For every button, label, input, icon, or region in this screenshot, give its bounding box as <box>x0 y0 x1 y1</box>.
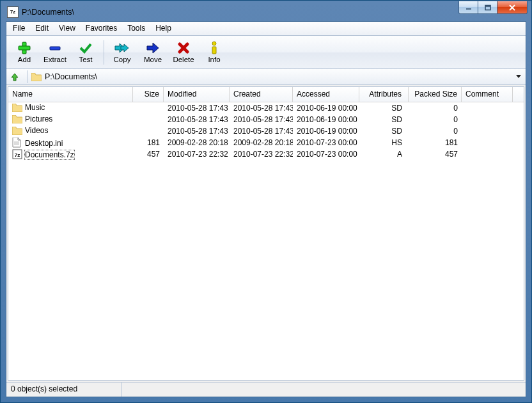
7z-icon: 7z <box>12 149 22 159</box>
svg-marker-16 <box>516 75 521 78</box>
cell-size <box>133 107 164 109</box>
status-bar: 0 object(s) selected <box>6 382 526 397</box>
cell-comment <box>462 119 513 120</box>
cell-comment <box>462 154 513 155</box>
test-button[interactable]: Test <box>70 38 101 66</box>
info-label: Info <box>208 56 220 63</box>
delete-button[interactable]: Delete <box>168 38 199 66</box>
cell-size: 181 <box>133 138 164 148</box>
col-modified[interactable]: Modified <box>164 87 230 102</box>
folder-icon <box>12 127 22 137</box>
toolbar: Add Extract Test <box>6 36 526 69</box>
file-row[interactable]: Videos2010-05-28 17:432010-05-28 17:4320… <box>8 125 524 137</box>
col-created[interactable]: Created <box>230 87 293 102</box>
cell-created: 2010-05-28 17:43 <box>230 103 293 113</box>
titlebar[interactable]: 7z P:\Documents\ <box>6 5 526 21</box>
cell-packed: 0 <box>409 103 462 113</box>
file-name: Videos <box>25 126 48 135</box>
test-label: Test <box>79 56 92 63</box>
window-title: P:\Documents\ <box>22 8 526 17</box>
cell-modified: 2010-05-28 17:43 <box>164 103 230 113</box>
cell-name: Desktop.ini <box>8 137 133 148</box>
status-spacer <box>121 383 526 397</box>
cell-created: 2010-05-28 17:43 <box>230 126 293 136</box>
address-dropdown[interactable] <box>514 75 523 79</box>
minus-icon <box>47 41 63 55</box>
cell-attr: A <box>359 149 409 159</box>
cell-attr: SD <box>359 126 409 136</box>
menu-file[interactable]: File <box>8 22 30 35</box>
svg-text:7z: 7z <box>15 152 20 158</box>
col-accessed[interactable]: Accessed <box>293 87 359 102</box>
file-row[interactable]: 7zDocuments.7z4572010-07-23 22:322010-07… <box>8 148 524 160</box>
delete-label: Delete <box>173 56 194 63</box>
cell-comment <box>462 130 513 132</box>
menu-favorites[interactable]: Favorites <box>81 22 122 35</box>
move-arrow-icon <box>145 41 160 55</box>
col-attributes[interactable]: Attributes <box>359 87 409 102</box>
cell-accessed: 2010-06-19 00:00 <box>293 103 359 113</box>
menu-edit[interactable]: Edit <box>30 22 54 35</box>
col-size[interactable]: Size <box>133 87 164 102</box>
menu-view[interactable]: View <box>54 22 81 35</box>
file-list-body[interactable]: Music2010-05-28 17:432010-05-28 17:43201… <box>8 102 524 380</box>
col-packed[interactable]: Packed Size <box>409 87 462 102</box>
minimize-button[interactable] <box>458 1 478 14</box>
plus-icon <box>17 41 32 55</box>
window: 7z P:\Documents\ File Edit View Favorite… <box>0 0 532 403</box>
copy-arrow-icon <box>114 41 130 55</box>
col-comment[interactable]: Comment <box>462 87 513 102</box>
cell-packed: 0 <box>409 115 462 125</box>
address-bar: P:\Documents\ <box>6 69 526 85</box>
info-icon <box>207 41 222 55</box>
copy-button[interactable]: Copy <box>107 38 137 66</box>
move-label: Move <box>144 56 162 63</box>
menu-tools[interactable]: Tools <box>122 22 150 35</box>
toolbar-separator <box>104 40 104 65</box>
cell-accessed: 2010-06-19 00:00 <box>293 115 359 125</box>
add-button[interactable]: Add <box>9 38 40 66</box>
cell-created: 2009-02-28 20:18 <box>230 138 293 148</box>
cell-packed: 0 <box>409 126 462 136</box>
col-name[interactable]: Name <box>8 87 133 102</box>
cell-accessed: 2010-07-23 00:00 <box>293 149 359 159</box>
file-row[interactable]: Music2010-05-28 17:432010-05-28 17:43201… <box>8 102 524 114</box>
copy-label: Copy <box>114 56 131 63</box>
window-controls <box>459 1 528 14</box>
file-name: Music <box>25 103 45 112</box>
file-row[interactable]: Desktop.ini1812009-02-28 20:182009-02-28… <box>8 137 524 148</box>
close-button[interactable] <box>497 1 528 14</box>
cell-accessed: 2010-07-23 00:00 <box>293 138 359 148</box>
cell-modified: 2010-05-28 17:43 <box>164 126 230 136</box>
cell-comment <box>462 142 513 143</box>
cell-attr: SD <box>359 103 409 113</box>
menubar: File Edit View Favorites Tools Help <box>6 22 526 36</box>
cell-modified: 2010-05-28 17:43 <box>164 115 230 125</box>
app-icon: 7z <box>7 6 19 18</box>
cell-name: 7zDocuments.7z <box>8 148 133 160</box>
cell-created: 2010-05-28 17:43 <box>230 115 293 125</box>
menu-help[interactable]: Help <box>150 22 176 35</box>
address-path[interactable]: P:\Documents\ <box>45 72 514 81</box>
folder-icon <box>12 104 22 114</box>
status-selected: 0 object(s) selected <box>6 383 121 397</box>
info-button[interactable]: Info <box>199 38 230 66</box>
cell-attr: HS <box>359 138 409 148</box>
address-separator <box>27 70 27 83</box>
folder-icon <box>12 115 22 125</box>
cell-modified: 2009-02-28 20:18 <box>164 138 230 148</box>
cell-packed: 457 <box>409 149 462 159</box>
svg-rect-7 <box>50 47 60 50</box>
cell-size <box>133 119 164 120</box>
extract-button[interactable]: Extract <box>40 38 70 66</box>
maximize-button[interactable] <box>478 1 497 14</box>
check-icon <box>78 41 93 55</box>
svg-marker-10 <box>147 43 159 53</box>
client-area: File Edit View Favorites Tools Help Add <box>6 21 526 397</box>
cell-name: Pictures <box>8 114 133 126</box>
up-button[interactable] <box>9 71 20 83</box>
cell-size <box>133 130 164 132</box>
file-row[interactable]: Pictures2010-05-28 17:432010-05-28 17:43… <box>8 114 524 125</box>
file-name: Documents.7z <box>25 150 74 159</box>
move-button[interactable]: Move <box>137 38 168 66</box>
